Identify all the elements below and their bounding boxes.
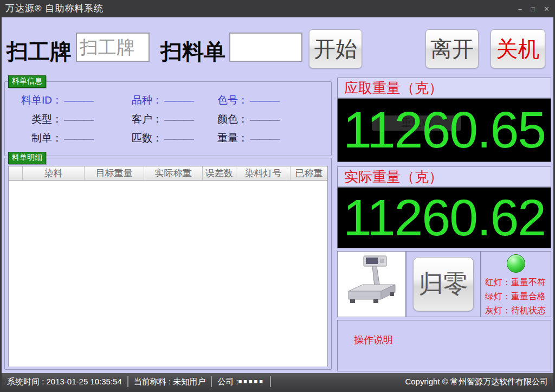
column-header-weighed: 已称重: [291, 166, 327, 180]
light-legend-cell: 红灯：重量不符 绿灯：重量合格 灰灯：待机状态: [481, 251, 551, 317]
order-scan-label: 扫料单: [160, 37, 225, 67]
field-label: 客户：: [121, 112, 163, 126]
start-button[interactable]: 开始: [309, 29, 362, 68]
order-info-legend: 料单信息: [8, 75, 46, 88]
company-label: 公司 :: [217, 377, 238, 387]
field-label: 重量：: [207, 131, 248, 145]
field-label: 品种：: [121, 93, 163, 107]
field-value: ———: [164, 94, 193, 106]
column-header-target-weight: 目标重量: [85, 166, 144, 180]
status-led-icon: [507, 254, 525, 273]
field-value: ———: [64, 113, 93, 125]
zero-cell: 归零: [406, 251, 481, 317]
window-controls: – □ ✕: [518, 0, 550, 17]
field-label: 色号：: [207, 93, 248, 107]
close-icon[interactable]: ✕: [544, 5, 550, 13]
actual-weight-value: 11260.62: [338, 188, 551, 247]
title-bar: 万达源® 自助称料系统 – □ ✕: [0, 0, 555, 17]
order-info-group: 料单信息 料单ID：——— 品种：——— 色号：——— 类型：——— 客户：——…: [4, 81, 332, 156]
detail-table-body: [9, 181, 327, 367]
order-info-row: 料单ID：——— 品种：——— 色号：———: [5, 91, 331, 110]
detail-table: 染料 目标重量 实际称重 误差数 染料灯号 已称重: [8, 166, 328, 367]
leave-button[interactable]: 离开: [425, 29, 479, 68]
status-bar: 系统时间 : 2013-01-25 10:35:54 当前称料 : 未知用户 公…: [2, 373, 553, 390]
field-label: 颜色：: [207, 112, 248, 126]
target-weight-display: 重量W 11260.65: [337, 98, 551, 162]
detail-table-header: 染料 目标重量 实际称重 误差数 染料灯号 已称重: [9, 166, 327, 181]
light-legend-gray: 灰灯：待机状态: [481, 304, 551, 318]
target-weight-header: 应取重量（克）: [337, 78, 551, 98]
company-value-redacted: ■■■■■: [238, 378, 264, 384]
status-separator: [127, 376, 128, 387]
shutdown-button[interactable]: 关机: [491, 29, 545, 68]
field-value: ———: [250, 94, 279, 106]
field-label: 匹数：: [121, 131, 163, 145]
main-content: 扫工牌 扫料单 开始 离开 关机 料单信息 料单ID：——— 品种：——— 色号…: [2, 17, 553, 373]
scale-image-cell: [337, 251, 406, 317]
column-header-lamp-no: 染料灯号: [236, 166, 291, 180]
maximize-icon[interactable]: □: [531, 5, 535, 13]
column-header: [9, 166, 23, 180]
status-separator: [211, 376, 212, 387]
order-detail-group: 料单明细 染料 目标重量 实际称重 误差数 染料灯号 已称重: [4, 158, 332, 370]
actual-weight-header: 实际重量（克）: [337, 166, 551, 187]
order-info-row: 类型：——— 客户：——— 颜色：———: [5, 110, 331, 128]
field-value: ———: [250, 132, 279, 144]
badge-scan-label: 扫工牌: [7, 37, 72, 67]
field-value: ———: [164, 113, 193, 125]
copyright-text: Copyright © 常州智源万达软件有限公司: [405, 377, 548, 387]
target-weight-value: 11260.65: [338, 99, 551, 160]
zero-button[interactable]: 归零: [413, 257, 474, 311]
light-legend-red: 红灯：重量不符: [481, 275, 551, 290]
field-label: 制单：: [21, 131, 62, 145]
minimize-icon[interactable]: –: [518, 5, 522, 13]
field-value: ———: [250, 113, 279, 125]
field-value: ———: [64, 94, 93, 106]
light-legend-green: 绿灯：重量合格: [481, 290, 551, 304]
status-separator: [270, 376, 271, 387]
instructions-title: 操作说明: [354, 333, 393, 346]
field-label: 类型：: [21, 112, 62, 126]
current-user: 当前称料 : 未知用户: [134, 377, 206, 387]
window-title: 万达源® 自助称料系统: [5, 0, 104, 17]
badge-scan-input[interactable]: [76, 33, 150, 62]
system-time: 系统时间 : 2013-01-25 10:35:54: [7, 377, 122, 387]
order-detail-legend: 料单明细: [8, 152, 46, 164]
column-header-error: 误差数: [203, 166, 236, 180]
field-value: ———: [164, 132, 193, 144]
order-info-row: 制单：——— 匹数：——— 重量：———: [5, 128, 331, 147]
column-header-dye: 染料: [23, 166, 85, 180]
order-scan-input[interactable]: [229, 33, 302, 62]
scale-image: [339, 253, 405, 315]
app-window: 万达源® 自助称料系统 – □ ✕ 扫工牌 扫料单 开始 离开 关机 料单信息 …: [0, 0, 555, 392]
field-value: ———: [64, 132, 93, 144]
field-label: 料单ID：: [21, 93, 62, 107]
actual-weight-display: 11260.62: [337, 187, 551, 248]
column-header-actual-weight: 实际称重: [144, 166, 203, 180]
instructions-panel: 操作说明: [337, 320, 551, 371]
